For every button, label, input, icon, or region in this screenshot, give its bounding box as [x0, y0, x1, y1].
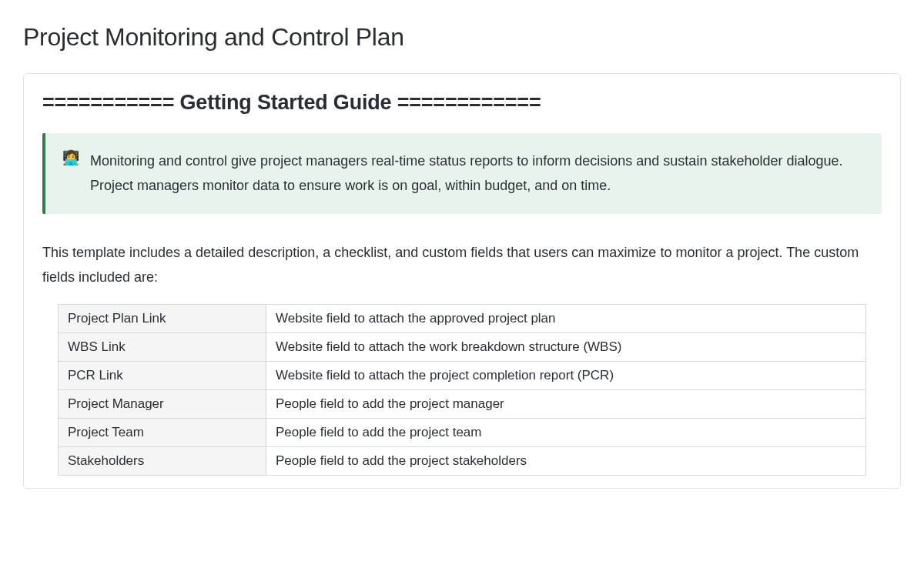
callout-icon: 👩‍💻: [62, 149, 79, 199]
field-description: People field to add the project manager: [266, 389, 866, 418]
table-row: WBS Link Website field to attach the wor…: [59, 332, 866, 361]
table-row: Project Team People field to add the pro…: [59, 418, 866, 446]
field-label: Stakeholders: [59, 446, 266, 475]
guide-heading: =========== Getting Started Guide ======…: [42, 91, 882, 115]
custom-fields-table: Project Plan Link Website field to attac…: [58, 304, 866, 476]
field-description: People field to add the project stakehol…: [266, 446, 866, 475]
table-row: Project Plan Link Website field to attac…: [59, 304, 866, 332]
field-label: PCR Link: [59, 361, 266, 389]
field-description: Website field to attach the work breakdo…: [266, 332, 866, 361]
intro-text: This template includes a detailed descri…: [42, 240, 882, 290]
field-label: Project Manager: [59, 389, 266, 418]
callout-block: 👩‍💻 Monitoring and control give project …: [42, 133, 882, 214]
field-label: Project Team: [59, 418, 266, 446]
field-description: Website field to attach the project comp…: [266, 361, 866, 389]
field-label: Project Plan Link: [59, 304, 266, 332]
field-description: Website field to attach the approved pro…: [266, 304, 866, 332]
table-row: Project Manager People field to add the …: [59, 389, 866, 418]
table-row: PCR Link Website field to attach the pro…: [59, 361, 866, 389]
content-box: =========== Getting Started Guide ======…: [23, 73, 901, 489]
table-row: Stakeholders People field to add the pro…: [59, 446, 866, 475]
callout-text: Monitoring and control give project mana…: [90, 149, 865, 199]
field-label: WBS Link: [59, 332, 266, 361]
field-description: People field to add the project team: [266, 418, 866, 446]
page-title: Project Monitoring and Control Plan: [23, 23, 901, 52]
